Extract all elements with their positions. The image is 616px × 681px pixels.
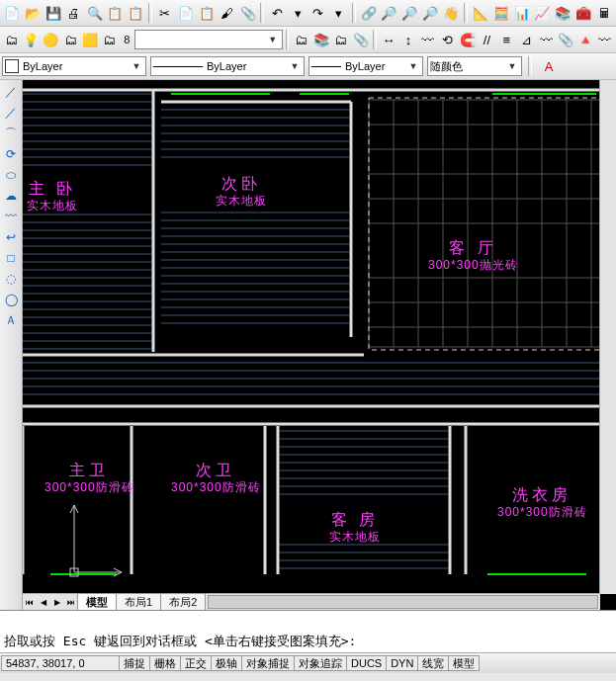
dim-tool-button[interactable]: ⊿ xyxy=(517,29,536,50)
layout1-tab[interactable]: 布局1 xyxy=(116,593,161,611)
toolbar-button[interactable]: 📋 xyxy=(197,2,217,24)
layer-tool-button[interactable]: 🗂 xyxy=(331,29,350,50)
status-toggle[interactable]: 正交 xyxy=(180,655,212,671)
toolbar-button[interactable]: 📊 xyxy=(512,2,532,24)
toolbar-button[interactable]: 📋 xyxy=(105,2,125,24)
layer-color-combo[interactable]: ByLayer ▼ xyxy=(2,56,146,76)
horizontal-scrollbar[interactable] xyxy=(208,595,598,609)
toolbar-button[interactable]: 🖩 xyxy=(594,2,614,24)
layer-combo[interactable]: ▼ xyxy=(134,30,282,49)
layer-tool-button[interactable]: 🗂 xyxy=(292,29,310,50)
drawing: 主 卧实木地板次卧实木地板客 厅300*300抛光砖主卫300*300防滑砖次卫… xyxy=(23,80,616,594)
toolbar-button[interactable]: ↶ xyxy=(267,2,287,24)
toolbar-button[interactable]: ✂ xyxy=(155,2,175,24)
toolbar-button[interactable]: 📋 xyxy=(126,2,145,24)
toolbar-button[interactable]: 🧮 xyxy=(491,2,511,24)
status-toggle[interactable]: 对象捕捉 xyxy=(241,655,295,671)
toolbar-button[interactable]: ▾ xyxy=(288,2,308,24)
layer-button[interactable]: 🟨 xyxy=(81,29,100,50)
toolbar-button[interactable]: 🔎 xyxy=(399,2,419,24)
dim-tool-button[interactable]: 📎 xyxy=(557,29,575,50)
draw-tool-button[interactable]: ☁ xyxy=(1,186,21,206)
toolbar-button[interactable]: ▾ xyxy=(329,2,349,24)
lineweight-combo[interactable]: ByLayer ▼ xyxy=(308,56,423,76)
dim-tool-button[interactable]: 〰 xyxy=(595,29,614,50)
vertical-scrollbar[interactable] xyxy=(599,80,616,594)
model-tab[interactable]: 模型 xyxy=(77,593,117,611)
dim-tool-button[interactable]: 〰 xyxy=(418,29,437,50)
draw-tool-button[interactable]: ◯ xyxy=(1,290,21,309)
draw-tool-button[interactable]: 〰 xyxy=(1,207,21,226)
toolbar-button[interactable]: 📐 xyxy=(471,2,490,24)
toolbar-button[interactable]: 📄 xyxy=(176,2,196,24)
toolbar-button[interactable]: ↷ xyxy=(308,2,328,24)
dim-tool-button[interactable]: 🧲 xyxy=(458,29,477,50)
command-prompt: 拾取或按 Esc 键返回到对话框或 <单击右键接受图案填充>: xyxy=(4,634,612,650)
status-toggle[interactable]: 模型 xyxy=(448,655,480,671)
dim-tool-button[interactable]: 〰 xyxy=(537,29,556,50)
layer-tool-button[interactable]: 📎 xyxy=(351,29,370,50)
draw-tool-button[interactable]: ⟳ xyxy=(1,144,21,164)
toolbar-button[interactable]: 🧰 xyxy=(573,2,593,24)
dim-tool-button[interactable]: ↕ xyxy=(399,29,418,50)
toolbar-button[interactable]: 📈 xyxy=(533,2,553,24)
dim-tool-button[interactable]: ↔ xyxy=(380,29,398,50)
dim-tool-button[interactable]: ⟲ xyxy=(438,29,457,50)
command-window[interactable]: 拾取或按 Esc 键返回到对话框或 <单击右键接受图案填充>: xyxy=(0,610,616,652)
drawing-svg xyxy=(23,80,616,594)
layer-button[interactable]: 💡 xyxy=(22,29,41,50)
draw-tool-button[interactable]: ◌ xyxy=(1,269,21,289)
dim-tool-button[interactable]: // xyxy=(478,29,496,50)
layout-tab-bar: ⏮ ◀ ▶ ⏭ 模型 布局1 布局2 xyxy=(23,593,600,610)
layer-button[interactable]: 🗂 xyxy=(100,29,119,50)
status-toggle[interactable]: 极轴 xyxy=(211,655,242,671)
status-toggle[interactable]: DUCS xyxy=(346,655,387,671)
draw-tool-button[interactable]: ⌒ xyxy=(1,124,21,143)
tab-nav-first[interactable]: ⏮ xyxy=(23,595,37,609)
toolbar-button[interactable]: 🖌 xyxy=(218,2,237,24)
toolbar-button[interactable]: 💾 xyxy=(44,2,63,24)
linetype-combo[interactable]: ByLayer ▼ xyxy=(150,56,305,76)
toolbar-button[interactable]: 📎 xyxy=(238,2,258,24)
status-toggle[interactable]: 线宽 xyxy=(417,655,449,671)
model-canvas[interactable]: 主 卧实木地板次卧实木地板客 厅300*300抛光砖主卫300*300防滑砖次卫… xyxy=(23,80,616,610)
status-toggle[interactable]: 捕捉 xyxy=(119,655,150,671)
toolbar-button[interactable]: 🔍 xyxy=(85,2,105,24)
draw-tool-button[interactable]: ／ xyxy=(1,103,21,123)
tab-nav-next[interactable]: ▶ xyxy=(50,595,64,609)
toolbar-button[interactable]: 🖨 xyxy=(64,2,84,24)
text-style-icon[interactable]: A xyxy=(538,55,560,77)
draw-tool-button[interactable]: ／ xyxy=(1,82,21,102)
tab-nav-prev[interactable]: ◀ xyxy=(37,595,50,609)
status-toggle[interactable]: DYN xyxy=(386,655,418,671)
toolbar-button[interactable]: 📂 xyxy=(23,2,43,24)
layer-button[interactable]: 🟡 xyxy=(42,29,60,50)
plot-style-combo[interactable]: 随颜色 ▼ xyxy=(427,56,522,76)
toolbar-button[interactable]: 📄 xyxy=(2,2,22,24)
plot-style-label: 随颜色 xyxy=(430,59,463,74)
dim-tool-button[interactable]: ≡ xyxy=(497,29,516,50)
chevron-down-icon: ▼ xyxy=(505,61,519,71)
toolbar-button[interactable]: 👋 xyxy=(441,2,461,24)
toolbar-button[interactable]: 🔎 xyxy=(379,2,398,24)
layer-button[interactable]: 🗂 xyxy=(2,29,21,50)
workspace: ／／⌒⟳⬭☁〰↩□◌◯Ａ xyxy=(0,80,616,610)
layout2-tab[interactable]: 布局2 xyxy=(160,593,206,611)
layer-combo-label: ByLayer xyxy=(23,60,62,72)
draw-tool-button[interactable]: □ xyxy=(1,248,21,268)
draw-tool-button[interactable]: ⬭ xyxy=(1,165,21,185)
status-toggle[interactable]: 对象追踪 xyxy=(294,655,347,671)
toolbar-button[interactable]: 📚 xyxy=(553,2,572,24)
dim-tool-button[interactable]: 🔺 xyxy=(575,29,594,50)
lineweight-label: ByLayer xyxy=(345,60,385,72)
tab-nav-last[interactable]: ⏭ xyxy=(64,595,78,609)
layer-button[interactable]: 🗂 xyxy=(61,29,80,50)
draw-tool-button[interactable]: ↩ xyxy=(1,227,21,247)
chevron-down-icon: ▼ xyxy=(130,61,143,71)
chevron-down-icon: ▼ xyxy=(288,61,302,71)
draw-tool-button[interactable]: Ａ xyxy=(1,310,21,330)
layer-tool-button[interactable]: 📚 xyxy=(311,29,330,50)
toolbar-button[interactable]: 🔎 xyxy=(420,2,440,24)
status-toggle[interactable]: 栅格 xyxy=(149,655,181,671)
toolbar-button[interactable]: 🔗 xyxy=(359,2,379,24)
